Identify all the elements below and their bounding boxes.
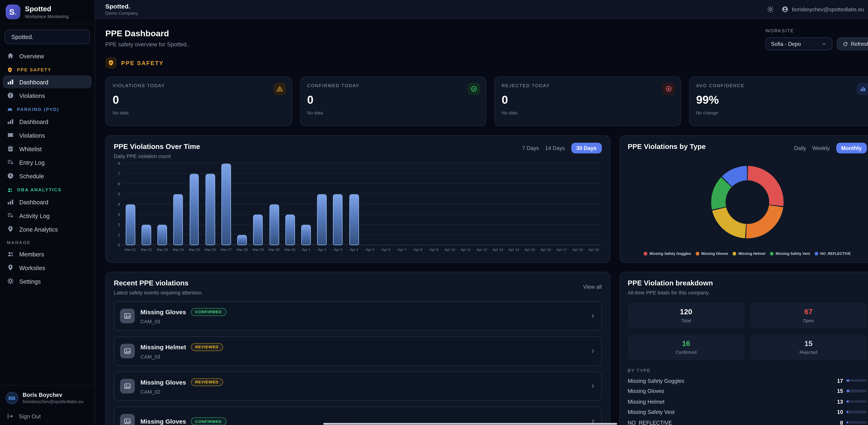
sidebar-item-label: Settings [19, 278, 41, 284]
chart-title: PPE Violations Over Time [114, 143, 200, 151]
sidebar-item-schedule[interactable]: Schedule [3, 169, 92, 182]
chevron-right-icon [590, 383, 595, 389]
worksite-select[interactable]: Sofia - Depo [766, 37, 832, 50]
violation-info: Missing HelmetREVIEWEDCAM_03 [141, 343, 223, 359]
sidebar-item-members[interactable]: Members [3, 247, 92, 261]
by-type-label: Missing Helmet [628, 398, 837, 404]
horizontal-scrollbar-thumb[interactable] [323, 423, 617, 425]
sidebar-item-dashboard[interactable]: Dashboard [3, 195, 92, 208]
sidebar-item-label: Schedule [19, 173, 44, 179]
bar-slot [186, 164, 202, 245]
by-type-progress-track [846, 379, 867, 382]
sidebar-item-whitelist[interactable]: Whitelist [3, 142, 92, 155]
legend-swatch [814, 252, 818, 255]
avatar: BB [6, 392, 18, 404]
violation-row[interactable]: Missing GlovesCONFIRMED [114, 406, 602, 425]
violation-info: Missing GlovesCONFIRMEDCAM_03 [141, 308, 226, 324]
stat-label: VIOLATIONS TODAY [113, 83, 284, 88]
car-icon [7, 107, 13, 113]
stats-row: VIOLATIONS TODAY0No dataCONFIRMED TODAY0… [105, 77, 868, 126]
bar-apr-2 [317, 194, 327, 245]
sidebar-item-zone-analytics[interactable]: Zone Analytics [3, 222, 92, 236]
ticket-icon [7, 131, 14, 139]
bar-slot [234, 164, 250, 245]
refresh-button[interactable]: Refresh [837, 37, 868, 50]
view-all-link[interactable]: View all [583, 284, 601, 290]
bar-slot [250, 164, 266, 245]
bar-apr-1 [301, 225, 311, 245]
violation-title: Missing GlovesCONFIRMED [141, 308, 226, 316]
legend-label: NO_REFLECTIVE [820, 251, 851, 255]
bar-slot [378, 164, 394, 245]
theme-toggle-icon[interactable] [767, 5, 774, 13]
by-type-progress-fill [846, 379, 849, 382]
sidebar-item-dashboard[interactable]: Dashboard [3, 75, 92, 88]
bar-apr-3 [333, 194, 343, 245]
bar-slot [426, 164, 442, 245]
breakdown-subtitle: All-time PPE totals for this company. [628, 290, 867, 296]
stat-card-rejected-today: REJECTED TODAY0No data [494, 77, 681, 126]
recent-subtitle: Latest safety events requiring attention… [114, 290, 203, 296]
legend-swatch [733, 252, 736, 255]
sidebar-section-parking-pvd: PARKING (PVD) [3, 102, 92, 114]
bar-mar-29 [253, 215, 263, 245]
by-type-label: BY TYPE [628, 368, 867, 373]
app-root: S. Spotted Workplace Monitoring Spotted.… [0, 0, 868, 425]
bar-mar-22 [142, 225, 151, 245]
company-selector[interactable]: Spotted. [4, 30, 90, 44]
account-chip[interactable]: borisboychev@spottedlabs.eu [781, 5, 864, 13]
sidebar-item-violations[interactable]: Violations [3, 128, 92, 142]
legend-label: Missing Helmet [739, 251, 766, 255]
list-arrow-icon [7, 158, 14, 166]
sidebar-section-ppe-safety: PPE SAFETY [3, 63, 92, 74]
by-type-value: 17 [837, 377, 843, 384]
tile-label: Confirmed [676, 350, 696, 355]
by-type-label: NO_REFLECTIVE [628, 419, 840, 425]
range-button-daily[interactable]: Daily [794, 145, 806, 151]
users-icon [7, 187, 13, 193]
bar-slot [218, 164, 234, 245]
sidebar-item-entry-log[interactable]: Entry Log [3, 156, 92, 169]
bar-mar-30 [269, 204, 279, 245]
range-button-7-days[interactable]: 7 Days [522, 145, 539, 151]
violation-row[interactable]: Missing GlovesCONFIRMEDCAM_03 [114, 301, 602, 331]
sign-out-button[interactable]: Sign Out [6, 412, 89, 421]
violation-camera: CAM_03 [141, 318, 226, 324]
sidebar-item-dashboard[interactable]: Dashboard [3, 115, 92, 128]
range-button-14-days[interactable]: 14 Days [545, 145, 565, 151]
legend-item-missing-gloves: Missing Gloves [695, 251, 728, 255]
sidebar-section-label: PARKING (PVD) [17, 107, 59, 112]
sidebar-nav: OverviewPPE SAFETYDashboardViolationsPAR… [0, 49, 95, 385]
violation-row[interactable]: Missing GlovesREVIEWEDCAM_02 [114, 371, 602, 401]
range-button-weekly[interactable]: Weekly [812, 145, 830, 151]
alert-circle-icon [7, 92, 14, 99]
stat-label: CONFIRMED TODAY [307, 83, 479, 88]
violation-row[interactable]: Missing HelmetREVIEWEDCAM_03 [114, 336, 602, 366]
image-icon [123, 312, 131, 320]
violation-thumbnail [120, 414, 135, 425]
y-axis: 012345678 [114, 164, 122, 255]
range-button-30-days[interactable]: 30 Days [571, 143, 602, 153]
stat-card-confirmed-today: CONFIRMED TODAY0No data [300, 77, 487, 126]
sidebar-item-overview[interactable]: Overview [3, 49, 92, 62]
page-subtitle: PPE safety overview for Spotted.. [105, 41, 190, 48]
check-circle-icon [470, 85, 477, 92]
bar-slot [346, 164, 362, 245]
range-button-monthly[interactable]: Monthly [836, 143, 867, 153]
image-icon [123, 347, 131, 355]
sidebar-item-violations[interactable]: Violations [3, 89, 92, 102]
sidebar-item-worksites[interactable]: Worksites [3, 261, 92, 274]
stat-label: REJECTED TODAY [502, 83, 674, 88]
by-type-row-missing-helmet: Missing Helmet13 [628, 398, 867, 404]
sidebar-item-activity-log[interactable]: Activity Log [3, 209, 92, 222]
bar-chart-plot [122, 164, 601, 245]
violation-info: Missing GlovesREVIEWEDCAM_02 [141, 378, 223, 394]
breakdown-title: PPE Violation breakdown [628, 279, 867, 287]
legend-swatch [644, 252, 647, 255]
violation-camera: CAM_02 [141, 389, 223, 394]
sidebar-item-label: Dashboard [19, 79, 49, 85]
by-type-label: Missing Safety Vest [628, 409, 837, 415]
sidebar-item-settings[interactable]: Settings [3, 275, 92, 288]
violation-thumbnail [120, 309, 135, 324]
sidebar-section-manage: MANAGE [3, 236, 92, 247]
